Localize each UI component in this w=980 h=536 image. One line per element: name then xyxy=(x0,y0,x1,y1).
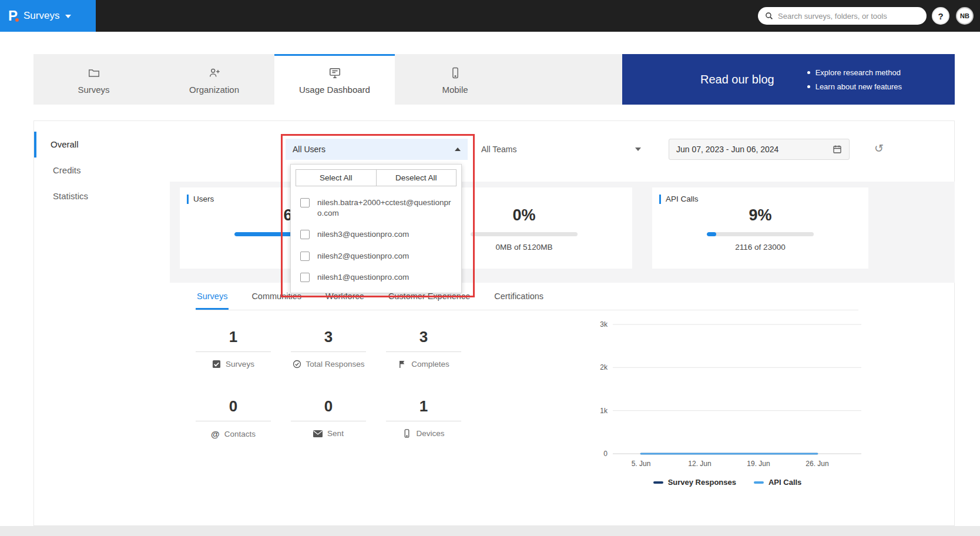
metrics-grid: 1 Surveys 3 Total Responses 3 xyxy=(196,328,461,439)
date-range-picker[interactable]: Jun 07, 2023 - Jun 06, 2024 xyxy=(669,139,850,160)
select-all-button[interactable]: Select All xyxy=(296,169,377,186)
chevron-down-icon xyxy=(635,148,641,151)
usage-dashboard-screen: P Surveys ? NB Surveys Orga xyxy=(0,0,980,536)
mobile-icon xyxy=(449,66,462,79)
reset-button[interactable]: ↺ xyxy=(871,140,887,156)
nav-tab-label: Usage Dashboard xyxy=(299,85,370,95)
legend-label: API Calls xyxy=(768,478,801,487)
progress-fill xyxy=(707,232,716,236)
sidebar-item-overall[interactable]: Overall xyxy=(34,132,169,158)
metric-value: 1 xyxy=(196,328,271,352)
help-button[interactable]: ? xyxy=(932,7,949,25)
metric-tile-contacts: 0 @ Contacts xyxy=(196,397,271,439)
tab-surveys[interactable]: Surveys xyxy=(196,286,229,310)
folder-icon xyxy=(88,66,100,79)
search-input[interactable] xyxy=(778,12,919,21)
chevron-down-icon xyxy=(65,15,71,18)
calendar-icon xyxy=(833,145,842,154)
metric-value: 3 xyxy=(386,328,461,352)
blog-banner-title: Read our blog xyxy=(700,73,774,86)
nav-tab-organization[interactable]: Organization xyxy=(154,54,274,105)
metric-label: Contacts xyxy=(224,430,256,438)
legend-dash-icon xyxy=(653,481,663,484)
banner-bullet-text: Learn about new features xyxy=(815,82,902,91)
user-option-label: nilesh1@questionpro.com xyxy=(317,272,409,283)
legend-item-survey-responses: Survey Responses xyxy=(653,478,736,487)
x-tick-label: 5. Jun xyxy=(632,460,651,468)
checkbox[interactable] xyxy=(300,230,310,239)
bullet-icon xyxy=(807,71,810,74)
nav-tab-mobile[interactable]: Mobile xyxy=(395,54,515,105)
users-dropdown[interactable]: All Users xyxy=(286,139,468,160)
metric-tile-sent: 0 Sent xyxy=(291,397,366,439)
y-tick-label: 2k xyxy=(600,363,608,371)
teams-dropdown[interactable]: All Teams xyxy=(472,139,648,160)
questionpro-logo-icon: P xyxy=(8,9,18,23)
nav-tab-label: Surveys xyxy=(78,85,109,95)
question-mark-icon: ? xyxy=(938,11,943,21)
deselect-all-button[interactable]: Deselect All xyxy=(376,169,457,186)
metric-label: Total Responses xyxy=(306,360,365,369)
global-search[interactable] xyxy=(758,7,927,25)
display-icon xyxy=(328,66,341,79)
nav-tab-usage-dashboard[interactable]: Usage Dashboard xyxy=(274,54,395,105)
user-option[interactable]: nilesh1@questionpro.com xyxy=(297,267,455,288)
y-tick-label: 0 xyxy=(603,450,608,458)
sidebar-item-credits[interactable]: Credits xyxy=(34,158,169,183)
nav-tab-label: Organization xyxy=(189,85,239,95)
user-option-label: nilesh3@questionpro.com xyxy=(317,229,409,240)
avatar[interactable]: NB xyxy=(956,7,974,25)
legend-label: Survey Responses xyxy=(668,478,736,487)
blog-banner[interactable]: Read our blog Explore research method Le… xyxy=(622,54,955,105)
user-options-list: nilesh.batra+2000+cctest@questionpro.com… xyxy=(296,186,457,289)
users-dropdown-panel: Select All Deselect All nilesh.batra+200… xyxy=(290,164,462,293)
chart-legend: Survey Responses API Calls xyxy=(586,478,868,487)
device-icon xyxy=(402,429,411,438)
date-range-value: Jun 07, 2023 - Jun 06, 2024 xyxy=(676,145,778,154)
metric-label: Sent xyxy=(327,429,344,438)
metric-value: 0 xyxy=(291,397,366,421)
x-tick-label: 12. Jun xyxy=(688,460,711,468)
teams-dropdown-value: All Teams xyxy=(481,145,516,154)
search-icon xyxy=(765,12,773,20)
nav-tab-surveys[interactable]: Surveys xyxy=(33,54,154,105)
page-footer-strip xyxy=(0,526,980,536)
sidebar-item-statistics[interactable]: Statistics xyxy=(34,183,169,209)
bullet-icon xyxy=(807,85,810,88)
checkbox[interactable] xyxy=(300,252,310,261)
check-circle-icon xyxy=(293,360,301,369)
blog-banner-bullets: Explore research method Learn about new … xyxy=(807,68,902,91)
sidebar: Overall Credits Statistics xyxy=(34,121,169,525)
metric-tile-surveys: 1 Surveys xyxy=(196,328,271,369)
checkbox[interactable] xyxy=(300,273,310,282)
user-option-label: nilesh2@questionpro.com xyxy=(317,251,409,262)
user-option[interactable]: nilesh2@questionpro.com xyxy=(297,246,455,267)
y-tick-label: 3k xyxy=(600,320,608,329)
user-option[interactable]: nilesh.batra+2000+cctest@questionpro.com xyxy=(297,192,455,224)
x-tick-label: 19. Jun xyxy=(747,460,770,468)
usage-chart: 3k 2k 1k 0 5. Jun 12. Jun 19. Jun 26. Ju… xyxy=(586,315,868,487)
metric-tile-total-responses: 3 Total Responses xyxy=(291,328,366,369)
chevron-up-icon xyxy=(455,148,461,151)
progress-bar xyxy=(707,232,814,236)
api-calls-card: API Calls 9% 2116 of 23000 xyxy=(652,187,868,269)
avatar-initials: NB xyxy=(960,12,969,19)
user-option[interactable]: nilesh3@questionpro.com xyxy=(297,224,455,245)
envelope-icon xyxy=(313,430,323,437)
card-value: 9% xyxy=(652,206,868,225)
product-switcher[interactable]: P Surveys xyxy=(0,0,96,32)
x-tick-label: 26. Jun xyxy=(806,460,828,468)
banner-bullet-text: Explore research method xyxy=(815,68,901,77)
metric-value: 3 xyxy=(291,328,366,352)
legend-item-api-calls: API Calls xyxy=(754,478,801,487)
metric-label: Surveys xyxy=(226,360,254,369)
tab-certifications[interactable]: Certifications xyxy=(493,286,545,310)
user-option-label: nilesh.batra+2000+cctest@questionpro.com xyxy=(317,197,452,219)
checkbox[interactable] xyxy=(300,198,310,207)
main-nav: Surveys Organization Usage Dashboard Mob… xyxy=(33,54,955,105)
metric-tile-completes: 3 Completes xyxy=(386,328,461,369)
survey-check-icon xyxy=(212,360,221,369)
metric-value: 1 xyxy=(386,397,461,421)
flag-icon xyxy=(398,360,407,369)
y-tick-label: 1k xyxy=(600,407,608,415)
